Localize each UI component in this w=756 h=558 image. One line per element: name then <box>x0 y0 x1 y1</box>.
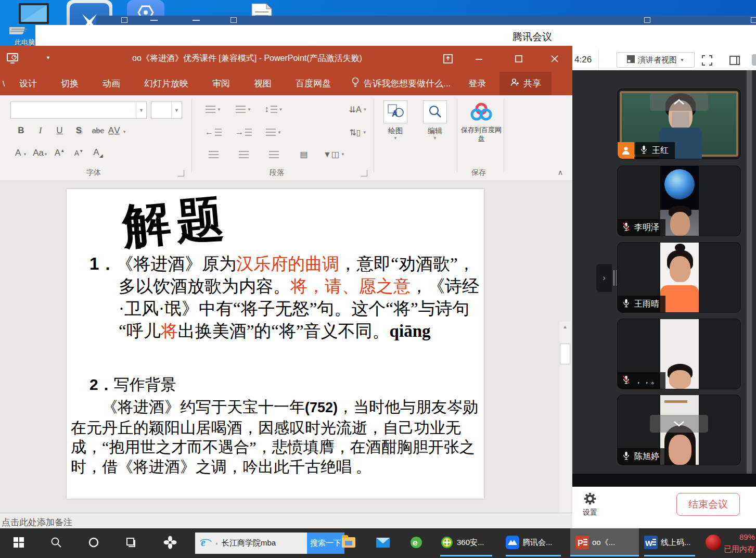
taskbar-ie-searchbox[interactable]: e ▲ 长江商学院mba <box>195 532 307 554</box>
scroll-up-overlay[interactable] <box>650 93 708 111</box>
font-dialog-launcher-icon[interactable] <box>178 170 184 176</box>
participant-name: 王红 <box>652 145 669 156</box>
video-tile[interactable]: 李明泽 <box>617 166 741 236</box>
save-to-baidu-button[interactable]: 保存到百度网盘 <box>459 100 504 143</box>
maximize-button[interactable] <box>507 50 531 68</box>
ribbon-tab[interactable]: 幻灯片放映 <box>132 72 200 95</box>
video-tile[interactable]: 王雨晴 <box>617 242 741 313</box>
taskbar-item-word[interactable]: W 线上码... <box>644 528 691 556</box>
layout-toggle-icon[interactable] <box>727 53 741 67</box>
start-button[interactable] <box>8 528 29 556</box>
justify-button[interactable]: ▼ <box>259 128 288 137</box>
text-shadow-button[interactable]: S <box>69 125 88 136</box>
character-spacing-button[interactable]: A̲V̲ ▼ <box>108 125 127 136</box>
numbering-button[interactable]: ▼ <box>229 105 258 114</box>
taskbar-item-360-safety[interactable]: 360安... <box>440 528 484 556</box>
taskbar-item-tencent-meeting[interactable]: 腾讯会... <box>506 528 553 556</box>
scroll-up-icon[interactable]: ▲ <box>559 322 571 332</box>
ribbon-display-options-icon[interactable] <box>436 50 460 68</box>
quickaccess-customize-icon[interactable]: ▼ <box>46 55 50 60</box>
video-tile[interactable]: 王红 <box>617 88 741 159</box>
scroll-down-overlay[interactable] <box>650 415 708 433</box>
ribbon-tab[interactable]: 百度网盘 <box>284 72 343 95</box>
edit-button[interactable]: 编辑 ▼ <box>419 100 451 141</box>
pinwheel-app-icon[interactable] <box>158 528 182 556</box>
meeting-window-title: 腾讯会议 <box>512 30 552 44</box>
save-group-label: 保存 <box>463 168 494 177</box>
share-button[interactable]: 共享 <box>499 72 552 95</box>
browser-360-icon[interactable]: e <box>406 528 427 556</box>
ribbon-tab[interactable]: 切换 <box>49 72 91 95</box>
titlebar-restore-icon[interactable] <box>644 17 650 23</box>
increase-indent-button[interactable]: → <box>229 128 258 137</box>
align-right-button[interactable] <box>259 149 288 159</box>
clear-formatting-button[interactable]: A◢ <box>88 147 108 158</box>
taskbar-search-icon[interactable] <box>46 528 67 556</box>
bold-button[interactable]: B <box>11 125 31 136</box>
close-button[interactable] <box>543 50 567 68</box>
scrollbar-thumb[interactable] <box>560 344 570 364</box>
settings-button[interactable]: 设置 <box>579 491 601 517</box>
paragraph-dialog-launcher-icon[interactable] <box>361 170 367 176</box>
decrease-indent-button[interactable]: ← <box>199 128 228 137</box>
slide-canvas[interactable]: 解题 1．《将进酒》原为汉乐府的曲调，意即“劝酒歌”，多以饮酒放歌为内容。将，请… <box>67 189 484 499</box>
file-explorer-icon[interactable] <box>338 528 359 556</box>
underline-button[interactable]: U <box>50 125 69 136</box>
end-meeting-button[interactable]: 结束会议 <box>676 493 740 516</box>
change-case-button[interactable]: Aa▼ <box>31 148 50 158</box>
video-list-scrollbar[interactable] <box>747 70 752 474</box>
slide-title: 解题 <box>120 189 232 259</box>
slideshow-quickaccess-icon[interactable] <box>6 52 19 67</box>
shrink-font-button[interactable]: A▼ <box>69 149 88 157</box>
taskbar-item-powerpoint[interactable]: P oo《... <box>570 528 639 556</box>
ie-search-value[interactable]: 长江商学院mba <box>222 538 276 548</box>
align-center-button[interactable] <box>229 149 258 159</box>
collapse-ribbon-icon[interactable]: ∧ <box>558 168 563 176</box>
align-left-button[interactable] <box>199 149 228 159</box>
collapse-arrow-icon[interactable]: ▲ <box>215 541 219 545</box>
font-size-combobox[interactable]: ▼ <box>151 102 182 119</box>
mail-icon[interactable] <box>373 528 393 556</box>
grow-font-button[interactable]: A▲ <box>50 148 69 158</box>
line-spacing-button[interactable]: ↕▼ <box>259 105 288 114</box>
bullets-button[interactable]: ▼ <box>199 105 228 114</box>
titlebar-glyph-icon <box>150 20 158 21</box>
ribbon-tab[interactable]: 审阅 <box>200 72 242 95</box>
ribbon-tab[interactable]: 视图 <box>242 72 284 95</box>
video-tile[interactable]: 陈旭婷 <box>617 395 741 465</box>
powerpoint-icon: P <box>575 536 589 549</box>
tencent-meeting-panel: 4:26 演讲者视图 ▼ › <box>572 49 756 528</box>
taskbar: e ▲ 长江商学院mba 搜索一下 e 360安... 腾讯会... P oo《… <box>0 528 756 558</box>
slide-item1-number: 1． <box>89 254 116 273</box>
view-mode-dropdown[interactable]: 演讲者视图 ▼ <box>617 52 695 68</box>
draw-button[interactable]: A 绘图 ▼ <box>380 100 411 141</box>
align-text-button[interactable]: ⇅▯▼ <box>343 128 373 137</box>
ribbon-tab[interactable]: 动画 <box>91 72 132 95</box>
task-view-icon[interactable] <box>121 528 142 556</box>
memory-ball-icon[interactable] <box>706 535 721 550</box>
font-color-button[interactable]: A ▼ <box>11 148 31 158</box>
login-button[interactable]: 登录 <box>459 78 495 90</box>
text-direction-button[interactable]: ⇊A▼ <box>343 105 373 115</box>
save-baidu-label: 保存到百度网盘 <box>459 125 504 143</box>
share-label: 共享 <box>523 78 541 90</box>
titlebar-close-icon[interactable] <box>751 17 756 23</box>
minimize-button[interactable] <box>467 50 491 68</box>
mic-icon <box>622 298 631 310</box>
phone-video-strip <box>660 319 699 389</box>
cortana-icon[interactable] <box>83 528 104 556</box>
video-tile[interactable]: ，，。 <box>617 319 741 389</box>
fullscreen-icon[interactable] <box>700 53 714 67</box>
ribbon-toolbar: ▼ ▼ B I U S abe A̲V̲ ▼ A ▼ Aa▼ A▲ A▼ A◢ … <box>0 95 572 181</box>
panel-expand-handle[interactable]: › <box>596 264 612 292</box>
svg-text:W: W <box>645 539 653 548</box>
mic-icon <box>639 145 648 157</box>
ribbon-tab[interactable]: 设计 <box>7 72 49 95</box>
tell-me-box[interactable]: 告诉我您想要做什么... <box>343 77 459 90</box>
notes-pane[interactable]: 点击此处添加备注 <box>0 513 572 528</box>
smartart-convert-button[interactable]: ▼◫▼ <box>319 149 349 159</box>
columns-button[interactable]: ▤ <box>289 149 318 159</box>
font-name-combobox[interactable]: ▼ <box>10 102 147 119</box>
strikethrough-button[interactable]: abe <box>88 126 108 135</box>
italic-button[interactable]: I <box>31 125 50 136</box>
